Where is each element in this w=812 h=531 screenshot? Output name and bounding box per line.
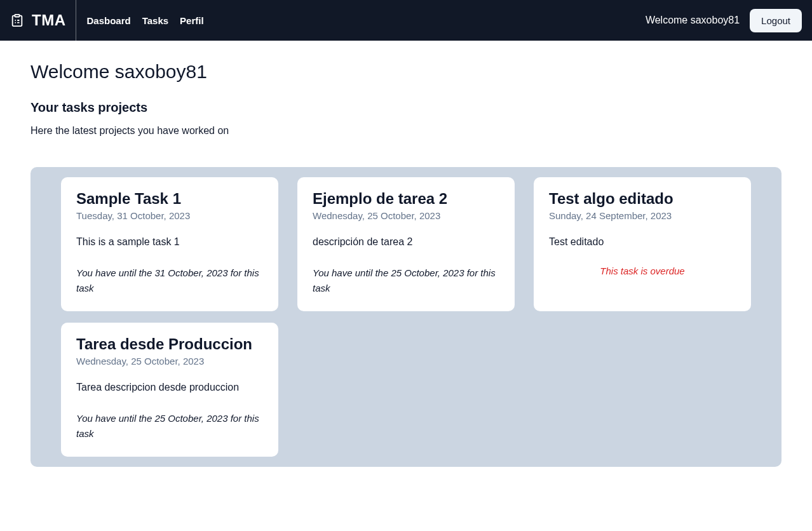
task-date: Sunday, 24 September, 2023 — [549, 210, 736, 221]
section-title: Your tasks projects — [30, 100, 782, 115]
task-description: Tarea descripcion desde produccion — [76, 382, 263, 393]
task-card[interactable]: Tarea desde Produccion Wednesday, 25 Oct… — [61, 323, 278, 457]
task-title: Ejemplo de tarea 2 — [313, 190, 499, 208]
navbar-left: TMA Dasboard Tasks Perfil — [10, 0, 204, 41]
task-description: descripción de tarea 2 — [313, 236, 499, 248]
task-overdue: This task is overdue — [549, 266, 736, 276]
task-deadline: You have until the 25 October, 2023 for … — [313, 266, 499, 296]
task-card[interactable]: Ejemplo de tarea 2 Wednesday, 25 October… — [297, 177, 515, 311]
task-card[interactable]: Sample Task 1 Tuesday, 31 October, 2023 … — [61, 177, 278, 311]
navbar: TMA Dasboard Tasks Perfil Welcome saxobo… — [0, 0, 812, 41]
task-card[interactable]: Test algo editado Sunday, 24 September, … — [534, 177, 751, 311]
tasks-container: Sample Task 1 Tuesday, 31 October, 2023 … — [30, 167, 782, 467]
task-title: Test algo editado — [549, 190, 736, 208]
task-date: Tuesday, 31 October, 2023 — [76, 210, 263, 221]
welcome-user: Welcome saxoboy81 — [646, 15, 740, 26]
page-title: Welcome saxoboy81 — [30, 61, 782, 83]
nav-link-tasks[interactable]: Tasks — [142, 15, 168, 26]
task-date: Wednesday, 25 October, 2023 — [76, 356, 263, 366]
nav-links: Dasboard Tasks Perfil — [76, 15, 203, 26]
nav-link-dashboard[interactable]: Dasboard — [86, 15, 130, 26]
section-description: Here the latest projects you have worked… — [30, 125, 782, 137]
brand-text: TMA — [32, 11, 65, 29]
logout-button[interactable]: Logout — [750, 9, 802, 32]
task-deadline: You have until the 25 October, 2023 for … — [76, 411, 263, 441]
svg-rect-0 — [15, 15, 19, 17]
navbar-right: Welcome saxoboy81 Logout — [646, 9, 802, 32]
task-title: Sample Task 1 — [76, 190, 263, 208]
main-content: Welcome saxoboy81 Your tasks projects He… — [0, 41, 812, 487]
task-title: Tarea desde Produccion — [76, 335, 263, 353]
clipboard-icon — [10, 13, 24, 27]
logo-section[interactable]: TMA — [10, 0, 76, 41]
nav-link-profile[interactable]: Perfil — [180, 15, 204, 26]
task-description: Test editado — [549, 236, 736, 248]
task-date: Wednesday, 25 October, 2023 — [313, 210, 499, 221]
task-description: This is a sample task 1 — [76, 236, 263, 248]
task-deadline: You have until the 31 October, 2023 for … — [76, 266, 263, 296]
